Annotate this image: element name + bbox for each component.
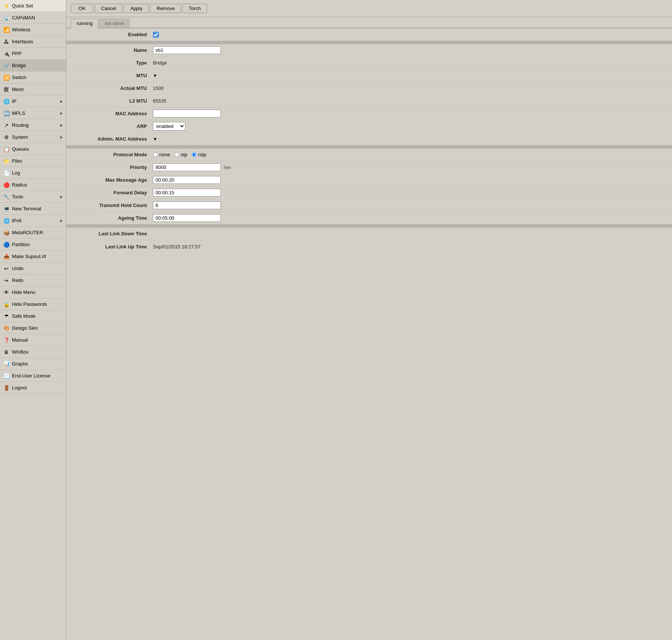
torch-button[interactable]: Torch [182, 4, 207, 13]
mtu-dropdown-arrow[interactable]: ▼ [153, 73, 157, 78]
admin-mac-row: Admin. MAC Address ▼ [66, 133, 672, 145]
divider-3 [66, 225, 672, 228]
sidebar-label-files: Files [12, 158, 63, 164]
last-link-down-row: Last Link Down Time [66, 228, 672, 240]
protocol-mode-label: Protocol Mode [71, 152, 153, 157]
forward-delay-input[interactable] [153, 189, 221, 197]
sidebar-item-redo[interactable]: ↪Redo [0, 274, 66, 286]
sidebar-item-interfaces[interactable]: 🖧Interfaces [0, 36, 66, 48]
wireless-icon: 📶 [3, 26, 10, 33]
sidebar: ⚡Quick Set📡CAPsMAN📶Wireless🖧Interfaces🔌P… [0, 0, 66, 640]
sidebar-item-hide-menu[interactable]: 👁Hide Menu [0, 286, 66, 298]
sidebar-label-quick-set: Quick Set [12, 3, 63, 9]
protocol-stp-label[interactable]: stp [175, 152, 187, 157]
mac-address-row: MAC Address [66, 107, 672, 120]
logout-icon: 🚪 [3, 385, 10, 391]
ip-icon: 🌐 [3, 98, 10, 105]
sidebar-item-metarouter[interactable]: 📦MetaROUTER [0, 227, 66, 239]
sidebar-item-graphs[interactable]: 📊Graphs [0, 358, 66, 370]
divider-2 [66, 145, 672, 148]
mpls-icon: 🔤 [3, 110, 10, 117]
protocol-mode-row: Protocol Mode none stp rstp [66, 148, 672, 161]
ok-button[interactable]: OK [71, 4, 93, 13]
sidebar-item-make-supout[interactable]: 📤Make Supout.rif [0, 251, 66, 263]
actual-mtu-value: 1500 [153, 85, 668, 91]
sidebar-item-mpls[interactable]: 🔤MPLS▶ [0, 107, 66, 119]
actual-mtu-text: 1500 [153, 85, 164, 91]
sidebar-item-switch[interactable]: 🔀Switch [0, 72, 66, 84]
sidebar-item-design-skin[interactable]: 🎨Design Skin [0, 322, 66, 334]
sidebar-item-wireless[interactable]: 📶Wireless [0, 24, 66, 36]
sidebar-item-undo[interactable]: ↩Undo [0, 263, 66, 274]
sidebar-label-make-supout: Make Supout.rif [12, 254, 63, 259]
protocol-rstp-label[interactable]: rstp [192, 152, 206, 157]
sidebar-item-ipv6[interactable]: 🌐IPv6▶ [0, 215, 66, 227]
type-label: Type [71, 60, 153, 66]
sidebar-label-interfaces: Interfaces [12, 39, 63, 44]
sidebar-item-winbox[interactable]: 🖥WinBox [0, 346, 66, 358]
end-user-license-icon: 📃 [3, 373, 10, 379]
transmit-hold-count-input[interactable] [153, 201, 221, 209]
sidebar-item-mesh[interactable]: 🕸Mesh [0, 84, 66, 95]
arp-select[interactable]: enabled disabled proxy-arp reply-only [153, 122, 185, 131]
forward-delay-row: Forward Delay [66, 186, 672, 199]
protocol-rstp-radio[interactable] [192, 152, 197, 157]
sidebar-item-manual[interactable]: ❓Manual [0, 334, 66, 346]
partition-icon: 🔵 [3, 241, 10, 248]
ip-arrow: ▶ [60, 99, 63, 103]
sidebar-label-radius: Radius [12, 182, 63, 188]
sidebar-item-radius[interactable]: 🔴Radius [0, 179, 66, 191]
routing-icon: ↗ [3, 122, 10, 129]
max-message-age-input[interactable] [153, 176, 221, 184]
sidebar-item-bridge[interactable]: 🔗Bridge [0, 60, 66, 72]
sidebar-item-files[interactable]: 📁Files [0, 155, 66, 167]
last-link-up-value: Sep/01/2015 18:27:57 [153, 244, 668, 250]
cancel-button[interactable]: Cancel [95, 4, 122, 13]
system-icon: ⚙ [3, 134, 10, 141]
sidebar-item-new-terminal[interactable]: 💻New Terminal [0, 203, 66, 215]
remove-button[interactable]: Remove [150, 4, 181, 13]
mac-address-input[interactable] [153, 110, 221, 117]
protocol-none-radio[interactable] [153, 152, 158, 157]
apply-button[interactable]: Apply [124, 4, 149, 13]
name-input[interactable] [153, 46, 221, 54]
sidebar-item-tools[interactable]: 🔧Tools▶ [0, 191, 66, 203]
admin-mac-dropdown-arrow[interactable]: ▼ [153, 137, 157, 142]
tabs: running not slave [66, 17, 672, 28]
quick-set-icon: ⚡ [3, 3, 10, 9]
sidebar-item-logout[interactable]: 🚪Logout [0, 382, 66, 394]
sidebar-item-log[interactable]: 📄Log [0, 167, 66, 179]
main-content: OK Cancel Apply Remove Torch running not… [66, 0, 672, 640]
redo-icon: ↪ [3, 277, 10, 284]
sidebar-label-ip: IP [12, 98, 60, 104]
sidebar-item-capsman[interactable]: 📡CAPsMAN [0, 12, 66, 24]
sidebar-item-queues[interactable]: 📋Queues [0, 143, 66, 155]
sidebar-item-hide-passwords[interactable]: 🔒Hide Passwords [0, 298, 66, 310]
ppp-icon: 🔌 [3, 50, 10, 57]
enabled-checkbox[interactable] [153, 32, 159, 38]
transmit-hold-count-label: Transmit Hold Count [71, 203, 153, 208]
type-value: Bridge [153, 60, 668, 66]
sidebar-item-ppp[interactable]: 🔌PPP [0, 48, 66, 60]
type-text: Bridge [153, 60, 167, 66]
protocol-none-label[interactable]: none [153, 152, 170, 157]
sidebar-item-partition[interactable]: 🔵Partition [0, 239, 66, 251]
enabled-row: Enabled [66, 28, 672, 41]
name-label: Name [71, 47, 153, 53]
manual-icon: ❓ [3, 337, 10, 343]
tab-not-slave[interactable]: not slave [99, 19, 129, 28]
sidebar-item-ip[interactable]: 🌐IP▶ [0, 95, 66, 107]
sidebar-item-end-user-license[interactable]: 📃End-User License [0, 370, 66, 382]
tab-running[interactable]: running [71, 19, 98, 28]
sidebar-item-system[interactable]: ⚙System▶ [0, 131, 66, 143]
sidebar-item-routing[interactable]: ↗Routing▶ [0, 119, 66, 131]
log-icon: 📄 [3, 170, 10, 176]
sidebar-item-safe-mode[interactable]: ☂Safe Mode [0, 310, 66, 322]
sidebar-label-undo: Undo [12, 266, 63, 271]
sidebar-item-quick-set[interactable]: ⚡Quick Set [0, 0, 66, 12]
priority-label: Priority [71, 164, 153, 170]
protocol-stp-radio[interactable] [175, 152, 179, 157]
ageing-time-row: Ageing Time [66, 212, 672, 225]
priority-input[interactable] [153, 163, 221, 171]
ageing-time-input[interactable] [153, 214, 221, 222]
